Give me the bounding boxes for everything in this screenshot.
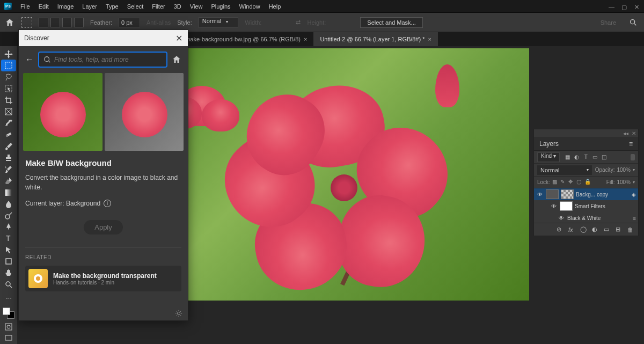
menu-plugins[interactable]: Plugins [207,3,235,10]
filter-type-icon[interactable]: T [582,153,590,161]
edit-toolbar-icon[interactable]: ⋯ [1,294,16,305]
fill-value[interactable]: 100% [617,179,631,185]
intersect-selection-icon[interactable] [74,18,84,27]
gear-icon[interactable] [175,310,182,317]
type-tool[interactable]: T [1,233,16,244]
zoom-tool[interactable] [1,279,16,290]
layer-fx-icon[interactable]: fx [568,226,576,233]
hand-tool[interactable] [1,267,16,279]
subtract-selection-icon[interactable] [62,18,72,27]
search-box[interactable] [38,52,167,68]
marquee-tool[interactable] [1,60,16,71]
filter-shape-icon[interactable]: ▭ [591,153,599,161]
layer-name[interactable]: Smart Filters [575,203,605,209]
layer-row[interactable]: 👁 Smart Filters [534,200,638,212]
visibility-icon[interactable]: 👁 [550,203,558,209]
tab-close-icon[interactable]: × [304,36,307,42]
close-icon[interactable]: ✕ [634,4,640,9]
layer-row[interactable]: 👁 Backg... copy ◈ [534,188,638,200]
shape-tool[interactable] [1,256,16,267]
close-icon[interactable]: ✕ [175,33,182,43]
lasso-tool[interactable] [1,71,16,83]
dodge-tool[interactable] [1,210,16,221]
layer-mask-thumbnail[interactable] [561,189,574,199]
filter-kind-dropdown[interactable]: Kind ▾ [537,152,560,162]
maximize-icon[interactable]: ▢ [621,4,627,9]
link-layers-icon[interactable]: ⊘ [557,226,564,233]
layer-name[interactable]: Black & White [567,215,601,221]
marquee-tool-icon[interactable] [21,17,32,28]
minimize-icon[interactable]: — [609,4,614,9]
swap-icon[interactable]: ⇄ [296,19,301,26]
style-dropdown[interactable]: Normal ▾ [199,17,239,28]
blend-mode-dropdown[interactable]: Normal▾ [537,165,592,175]
history-brush-tool[interactable] [1,164,16,175]
adjustment-layer-icon[interactable]: ◐ [592,226,599,233]
info-icon[interactable]: i [104,200,111,207]
menu-3d[interactable]: 3D [170,3,186,10]
menu-help[interactable]: Help [265,3,286,10]
collapse-icon[interactable]: ◂◂ [623,130,628,136]
menu-file[interactable]: File [16,3,34,10]
lock-artboard-icon[interactable]: ▢ [576,179,583,186]
filter-toggle[interactable] [631,154,635,160]
lock-image-icon[interactable]: ✎ [560,179,567,186]
stamp-tool[interactable] [1,152,16,163]
frame-tool[interactable] [1,106,16,117]
crop-tool[interactable] [1,94,16,106]
close-icon[interactable]: ✕ [632,130,636,136]
path-selection-tool[interactable] [1,244,16,255]
layer-mask-icon[interactable]: ◯ [580,226,588,233]
menu-view[interactable]: View [186,3,207,10]
object-selection-tool[interactable] [1,83,16,94]
layer-thumbnail[interactable] [560,201,573,211]
foreground-color[interactable] [3,308,10,315]
quick-mask-icon[interactable] [1,321,16,332]
menu-window[interactable]: Window [235,3,265,10]
related-item[interactable]: Make the background transparent Hands-on… [25,266,181,291]
lock-all-icon[interactable]: 🔒 [584,179,591,186]
layer-row[interactable]: 👁 Black & White ≡ [534,212,638,223]
filter-adjust-icon[interactable]: ◐ [573,153,581,161]
lock-position-icon[interactable]: ✥ [568,179,575,186]
color-swatches[interactable] [3,308,14,319]
layers-tab[interactable]: Layers ≡ [534,137,638,151]
visibility-icon[interactable]: 👁 [558,215,565,221]
menu-layer[interactable]: Layer [78,3,101,10]
menu-filter[interactable]: Filter [148,3,169,10]
filter-edit-icon[interactable]: ≡ [633,215,636,221]
blur-tool[interactable] [1,198,16,209]
gradient-tool[interactable] [1,187,16,198]
search-icon[interactable] [629,18,638,27]
visibility-icon[interactable]: 👁 [536,192,544,197]
screen-mode-icon[interactable] [1,332,16,343]
lock-transparent-icon[interactable]: ▩ [552,179,559,186]
share-button[interactable]: Share [594,19,623,26]
search-input[interactable] [54,56,162,63]
document-tab[interactable]: Untitled-2 @ 66.7% (Layer 1, RGB/8#) *× [313,32,438,46]
menu-image[interactable]: Image [53,3,78,10]
home-icon[interactable] [4,18,15,27]
eraser-tool[interactable] [1,175,16,186]
feather-input[interactable] [119,18,140,27]
new-selection-icon[interactable] [39,18,48,27]
menu-type[interactable]: Type [101,3,123,10]
add-selection-icon[interactable] [50,18,60,27]
brush-tool[interactable] [1,141,16,152]
move-tool[interactable] [1,48,16,60]
layer-name[interactable]: Backg... copy [576,192,608,197]
home-icon[interactable] [172,55,181,64]
menu-edit[interactable]: Edit [34,3,53,10]
filter-pixel-icon[interactable]: ▦ [564,153,572,161]
delete-layer-icon[interactable]: 🗑 [627,226,635,233]
opacity-value[interactable]: 100% [617,167,631,173]
back-icon[interactable]: ← [25,55,34,64]
healing-tool[interactable] [1,129,16,140]
layer-thumbnail[interactable] [546,189,559,199]
tab-close-icon[interactable]: × [428,36,431,42]
menu-select[interactable]: Select [123,3,148,10]
eyedropper-tool[interactable] [1,118,16,129]
group-icon[interactable]: ▭ [604,226,611,233]
apply-button[interactable]: Apply [84,220,123,235]
pen-tool[interactable] [1,221,16,232]
